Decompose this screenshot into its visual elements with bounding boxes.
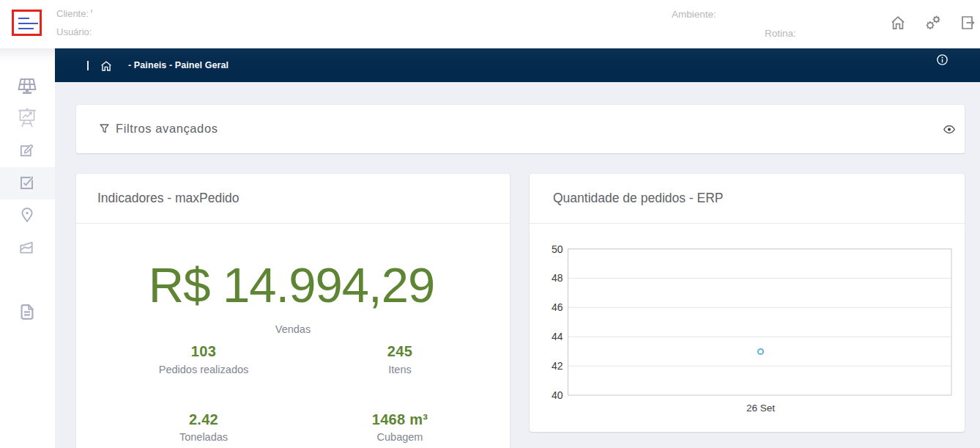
svg-text:42: 42: [552, 360, 563, 372]
svg-text:44: 44: [552, 331, 563, 342]
svg-text:40: 40: [552, 389, 563, 401]
svg-text:26 Set: 26 Set: [746, 403, 775, 414]
svg-text:50: 50: [552, 243, 563, 255]
svg-text:48: 48: [552, 272, 563, 284]
svg-text:46: 46: [552, 301, 563, 313]
